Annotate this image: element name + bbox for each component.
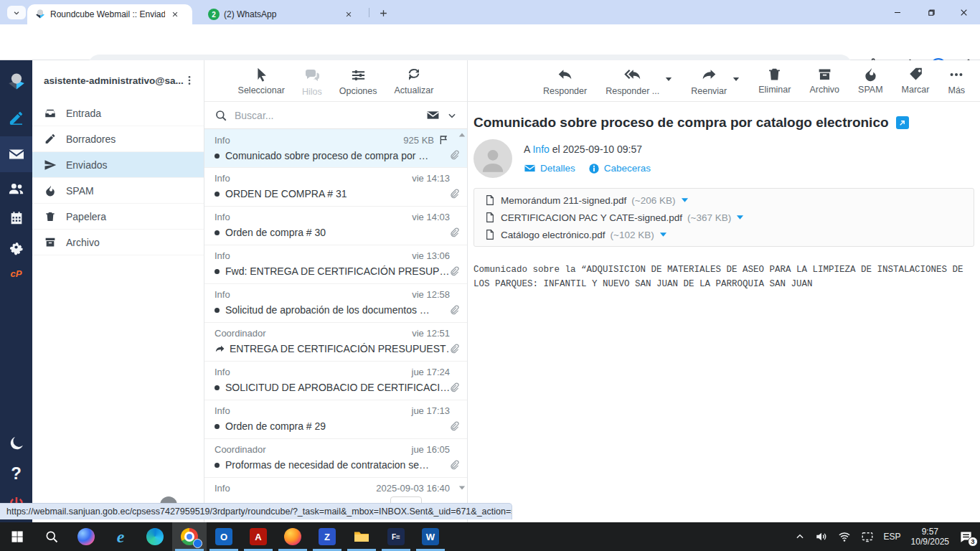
folder-enviados[interactable]: Enviados	[32, 152, 204, 178]
taskbar-copilot-button[interactable]	[69, 522, 103, 551]
message-row[interactable]: Infojue 17:24 SOLICITUD DE APROBACIO DE …	[204, 362, 467, 400]
minimize-button[interactable]	[881, 0, 914, 24]
scrollbar-up-icon[interactable]	[458, 132, 466, 138]
open-in-new-window-button[interactable]	[896, 116, 909, 129]
tab-close-icon[interactable]	[343, 9, 354, 20]
taskbar-chrome-button[interactable]	[172, 522, 207, 551]
search-scope-envelope-icon[interactable]	[426, 108, 440, 122]
folder-papelera[interactable]: Papelera	[32, 204, 204, 230]
taskbar-firefox-button[interactable]	[275, 522, 310, 551]
rail-darkmode-button[interactable]	[0, 430, 32, 456]
restore-button[interactable]	[914, 0, 947, 24]
time: 9:57	[911, 527, 949, 537]
scrollbar-down-icon[interactable]	[458, 485, 466, 491]
account-menu-kebab-icon[interactable]	[184, 75, 195, 86]
tab-roundcube[interactable]: Roundcube Webmail :: Enviados	[27, 4, 192, 24]
volume-icon[interactable]	[815, 530, 828, 543]
attachment-name: Memorándum 211-signed.pdf	[501, 195, 626, 206]
attachment-menu-caret-icon[interactable]	[681, 197, 689, 203]
attachment-menu-caret-icon[interactable]	[736, 215, 744, 220]
close-window-button[interactable]	[947, 0, 980, 24]
rail-help-button[interactable]: ?	[0, 461, 32, 486]
reply-all-button[interactable]: Responder ...	[606, 67, 659, 101]
message-panel: Responder Responder ... Reenviar Elimina…	[468, 60, 980, 522]
flag-icon[interactable]	[438, 134, 450, 146]
rail-settings-button[interactable]	[0, 234, 32, 260]
copilot-icon	[77, 528, 95, 545]
refresh-button[interactable]: Actualizar	[395, 67, 434, 101]
folder-spam[interactable]: SPAM	[32, 178, 204, 204]
mark-button[interactable]: Marcar	[902, 67, 930, 101]
date: jue 16:05	[412, 444, 451, 455]
language-indicator[interactable]: ESP	[884, 532, 901, 542]
subject: Comunicado sobre proceso de compra por …	[225, 150, 428, 161]
taskbar-acrobat-button[interactable]: A	[241, 522, 275, 551]
edge-icon	[146, 528, 164, 545]
forward-menu-caret-icon[interactable]	[732, 77, 740, 82]
status-url-tooltip: https://webmail.sanjuan.gob.ec/cpsess742…	[0, 503, 512, 519]
taskbar-search-button[interactable]	[34, 522, 69, 551]
recipient-link[interactable]: Info	[532, 143, 549, 155]
taskbar-scanner-button[interactable]: Z	[310, 522, 344, 551]
taskbar-word-button[interactable]: W	[413, 522, 448, 551]
folder-entrada[interactable]: Entrada	[32, 100, 204, 126]
details-link[interactable]: Detalles	[524, 162, 575, 174]
taskbar-outlook-button[interactable]: O	[207, 522, 241, 551]
rail-calendar-button[interactable]	[0, 205, 32, 231]
reply-button[interactable]: Responder	[543, 67, 587, 101]
taskbar-clock[interactable]: 9:57 10/9/2025	[911, 527, 949, 547]
headers-link[interactable]: Cabeceras	[588, 163, 651, 174]
notifications-button[interactable]: 3	[959, 530, 973, 544]
tab-whatsapp[interactable]: 2 (2) WhatsApp	[201, 4, 366, 24]
ellipsis-icon	[948, 67, 964, 83]
forward-button[interactable]: Reenviar	[691, 67, 727, 101]
date: 2025-09-03 16:40	[376, 483, 450, 494]
message-row[interactable]: Info 925 KB Comunicado sobre proceso de …	[204, 129, 467, 168]
rail-contacts-button[interactable]	[0, 175, 32, 201]
search-options-chevron-icon[interactable]	[447, 110, 457, 121]
attachment-chip[interactable]: Memorándum 211-signed.pdf (~206 KB)	[484, 194, 689, 206]
taskbar-explorer-button[interactable]	[344, 522, 379, 551]
spam-button[interactable]: SPAM	[858, 67, 883, 101]
folder-borradores[interactable]: Borradores	[32, 126, 204, 152]
message-row[interactable]: Infojue 17:13 Orden de compra # 29	[204, 400, 467, 439]
scanner-app-icon: Z	[319, 528, 336, 545]
external-link-icon	[898, 119, 906, 127]
message-row[interactable]: Infovie 14:03 Orden de compra # 30	[204, 207, 467, 245]
select-button[interactable]: Seleccionar	[238, 67, 285, 101]
trash-icon	[767, 67, 782, 82]
start-button[interactable]	[0, 522, 34, 551]
taskbar-fs-app-button[interactable]: F≡	[379, 522, 413, 551]
calendar-icon	[9, 210, 24, 226]
reply-all-menu-caret-icon[interactable]	[665, 77, 672, 82]
rail-cpanel-button[interactable]: cP	[0, 263, 32, 284]
rail-mail-button[interactable]	[0, 141, 32, 168]
message-row[interactable]: Infovie 14:13 ORDEN DE COMPRA # 31	[204, 168, 467, 207]
compose-button[interactable]	[0, 105, 32, 131]
taskbar-edge-button[interactable]	[138, 522, 172, 551]
folder-archivo[interactable]: Archivo	[32, 230, 204, 255]
more-button[interactable]: Más	[948, 67, 965, 101]
wifi-icon[interactable]	[838, 530, 851, 543]
tab-search-button[interactable]	[7, 6, 26, 19]
tray-expand-chevron-icon[interactable]	[795, 532, 805, 542]
attachment-menu-caret-icon[interactable]	[659, 232, 667, 237]
cast-screen-icon[interactable]	[861, 530, 874, 543]
threads-button[interactable]: Hilos	[302, 67, 322, 101]
message-row[interactable]: Coordinadorvie 12:51 ENTREGA DE CERTIFIC…	[204, 323, 467, 362]
folder-panel: asistente-administrativo@sa... Entrada B…	[32, 60, 204, 522]
search-input[interactable]	[235, 110, 419, 121]
delete-button[interactable]: Eliminar	[758, 67, 791, 101]
tab-close-icon[interactable]	[169, 9, 181, 20]
new-tab-button[interactable]	[376, 6, 390, 20]
taskbar-ie-button[interactable]: e	[103, 522, 138, 551]
options-button[interactable]: Opciones	[339, 67, 377, 101]
archive-button[interactable]: Archivo	[809, 67, 839, 101]
message-row[interactable]: Infovie 13:06 Fwd: ENTREGA DE CERTIFICAC…	[204, 245, 467, 284]
sliders-icon	[350, 67, 367, 83]
message-row[interactable]: Coordinadorjue 16:05 Proformas de necesi…	[204, 439, 467, 478]
attachment-chip[interactable]: Catálogo electrónico.pdf (~102 KB)	[484, 229, 963, 240]
cursor-arrow-icon	[253, 67, 269, 83]
message-row[interactable]: Infovie 12:58 Solicitud de aprobación de…	[204, 284, 467, 323]
attachment-chip[interactable]: CERTIFICACION PAC Y CATE-signed.pdf (~36…	[484, 212, 744, 223]
